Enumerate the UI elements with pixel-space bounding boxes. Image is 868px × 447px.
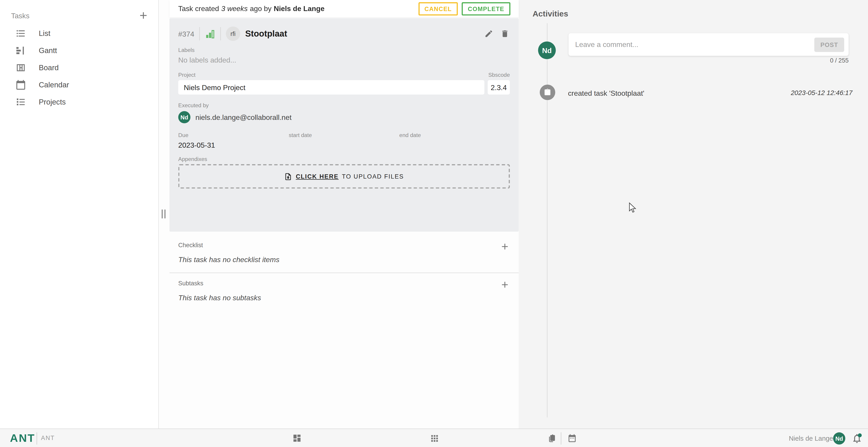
plus-icon: [138, 10, 149, 21]
sidebar-item-label: Board: [39, 64, 59, 72]
start-date-field[interactable]: start date: [289, 132, 399, 149]
trash-icon: [500, 29, 509, 38]
task-id: #374: [178, 30, 194, 38]
add-task-button[interactable]: [137, 9, 149, 22]
end-date-label: end date: [399, 132, 510, 138]
user-name: Niels de Lange: [789, 435, 833, 442]
task-card: #374 rfi Stootplaat: [169, 18, 519, 232]
sbscode-input[interactable]: [488, 80, 510, 95]
upload-file-icon: [284, 172, 292, 181]
comment-box: POST: [568, 33, 848, 56]
activity-item-icon: [540, 85, 555, 100]
calendar-icon: [16, 80, 26, 90]
sidebar-item-calendar[interactable]: Calendar: [0, 76, 158, 94]
projects-icon: [16, 97, 26, 107]
panel-splitter[interactable]: [159, 0, 169, 428]
due-value: 2023-05-31: [178, 141, 289, 149]
labels-empty-text: No labels added...: [178, 56, 510, 64]
bottom-bar: ANT ANT Niels de Lange Nd: [0, 428, 868, 447]
subtasks-section: Subtasks This task has no subtasks: [169, 273, 519, 308]
board-icon: [16, 63, 26, 73]
activity-item-timestamp: 2023-05-12 12:46:17: [791, 89, 852, 97]
post-comment-button[interactable]: POST: [814, 37, 844, 52]
edit-task-button[interactable]: [484, 29, 494, 39]
bell-icon: [851, 433, 863, 444]
complete-button[interactable]: COMPLETE: [462, 2, 510, 15]
app-name: ANT: [41, 435, 55, 441]
project-input[interactable]: [178, 80, 485, 95]
due-label: Due: [178, 132, 289, 138]
file-upload-dropzone[interactable]: CLICK HERE TO UPLOAD FILES: [178, 164, 510, 188]
plus-icon: [500, 242, 510, 251]
clipboard-stack-icon: [548, 434, 557, 443]
tasks-sidebar: Tasks List Gantt: [0, 0, 159, 428]
delete-task-button[interactable]: [500, 29, 510, 39]
subtasks-title: Subtasks: [178, 280, 204, 286]
labels-label: Labels: [178, 47, 510, 53]
upload-link[interactable]: CLICK HERE: [296, 173, 339, 180]
list-icon: [16, 28, 26, 39]
activities-panel: Activities Nd POST 0 / 255 created task …: [519, 0, 868, 428]
activities-title: Activities: [532, 9, 568, 18]
task-type-badge: rfi: [226, 27, 240, 41]
sidebar-item-board[interactable]: Board: [0, 59, 158, 76]
sidebar-item-label: Calendar: [39, 81, 69, 89]
sbscode-label: Sbscode: [488, 72, 510, 78]
task-meta-bar: Task created3 weeksago byNiels de Lange …: [169, 0, 519, 17]
end-date-field[interactable]: end date: [399, 132, 510, 149]
plus-icon: [500, 280, 510, 290]
splitter-handle-icon: [162, 209, 165, 218]
checklist-section: Checklist This task has no checklist ite…: [169, 235, 519, 273]
dashboard-icon: [292, 434, 302, 443]
notifications-button[interactable]: [851, 433, 863, 444]
sidebar-item-list[interactable]: List: [0, 25, 158, 42]
calendar-icon: [567, 434, 577, 443]
checklist-title: Checklist: [178, 242, 203, 248]
executed-by-label: Executed by: [178, 102, 510, 108]
task-created-text: Task created3 weeksago byNiels de Lange: [178, 4, 327, 13]
checklist-empty-text: This task has no checklist items: [178, 255, 510, 264]
sidebar-item-gantt[interactable]: Gantt: [0, 42, 158, 59]
gantt-icon: [16, 45, 26, 56]
task-title: Stootplaat: [245, 29, 287, 39]
task-detail-panel: Task created3 weeksago byNiels de Lange …: [169, 0, 519, 428]
due-field[interactable]: Due 2023-05-31: [178, 132, 289, 149]
activity-item-text: created task 'Stootplaat': [568, 89, 645, 97]
current-user-avatar: Nd: [538, 41, 556, 59]
apps-menu-button[interactable]: [430, 434, 439, 443]
sidebar-item-label: Projects: [39, 98, 66, 106]
executor-email: niels.de.lange@collaborall.net: [195, 113, 291, 122]
project-label: Project: [178, 72, 485, 78]
start-date-label: start date: [289, 132, 399, 138]
pencil-icon: [485, 29, 493, 38]
sidebar-item-projects[interactable]: Projects: [0, 94, 158, 111]
sidebar-item-label: List: [39, 29, 50, 38]
activities-timeline: [547, 23, 548, 417]
user-avatar[interactable]: Nd: [833, 432, 845, 445]
boards-button[interactable]: [548, 434, 557, 443]
sidebar-item-label: Gantt: [39, 46, 57, 55]
sidebar-menu: List Gantt Board: [0, 25, 158, 111]
comment-input[interactable]: [568, 40, 814, 49]
upload-text: TO UPLOAD FILES: [342, 173, 404, 180]
app-window: Tasks List Gantt: [0, 0, 868, 447]
add-checklist-item-button[interactable]: [500, 242, 510, 251]
add-subtask-button[interactable]: [500, 280, 510, 290]
executor-avatar: Nd: [178, 111, 191, 123]
calendar-button[interactable]: [567, 434, 577, 443]
notification-dot: [858, 434, 862, 437]
appendixes-label: Appendixes: [178, 156, 510, 162]
dashboard-button[interactable]: [292, 434, 302, 443]
subtasks-empty-text: This task has no subtasks: [178, 294, 510, 302]
mouse-cursor: [629, 202, 637, 213]
cancel-button[interactable]: CANCEL: [418, 2, 458, 15]
comment-char-counter: 0 / 255: [830, 57, 848, 63]
apps-grid-icon: [430, 434, 439, 443]
sidebar-title: Tasks: [11, 11, 29, 20]
clipboard-icon: [544, 89, 551, 96]
ant-logo[interactable]: ANT: [10, 432, 35, 445]
priority-bars-icon: [205, 29, 215, 39]
